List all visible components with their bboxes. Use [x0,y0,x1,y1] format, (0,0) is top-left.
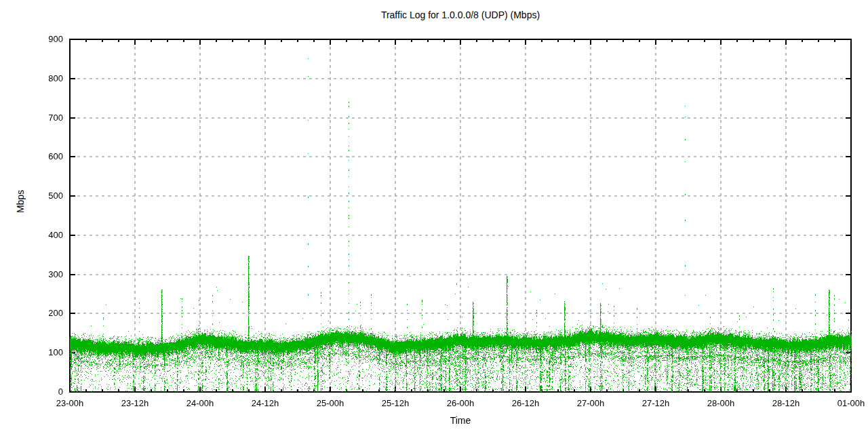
x-tick-label: 27-00h [560,398,621,408]
x-tick-label: 23-00h [39,398,100,408]
scatter-canvas [0,0,868,434]
y-tick-label: 0 [22,387,63,397]
y-tick-label: 700 [22,113,63,123]
y-tick-label: 900 [22,34,63,45]
x-tick-label: 25-00h [300,398,361,408]
x-axis-label: Time [70,415,851,426]
x-tick-label: 27-12h [625,398,686,408]
x-tick-label: 01-00h [821,398,868,408]
y-tick-label: 800 [22,73,63,84]
x-tick-label: 28-00h [690,398,751,408]
x-tick-label: 26-00h [430,398,491,408]
x-tick-label: 23-12h [104,398,165,408]
y-tick-label: 300 [22,269,63,280]
y-tick-label: 500 [22,191,63,201]
y-tick-label: 600 [22,151,63,162]
y-tick-label: 200 [22,308,63,319]
x-tick-label: 26-12h [495,398,556,408]
x-tick-label: 24-00h [170,398,231,408]
traffic-log-chart: Traffic Log for 1.0.0.0/8 (UDP) (Mbps) M… [0,0,868,434]
y-tick-label: 400 [22,230,63,241]
x-tick-label: 28-12h [755,398,816,408]
y-tick-label: 100 [22,347,63,358]
x-tick-label: 24-12h [235,398,296,408]
x-tick-label: 25-12h [365,398,426,408]
